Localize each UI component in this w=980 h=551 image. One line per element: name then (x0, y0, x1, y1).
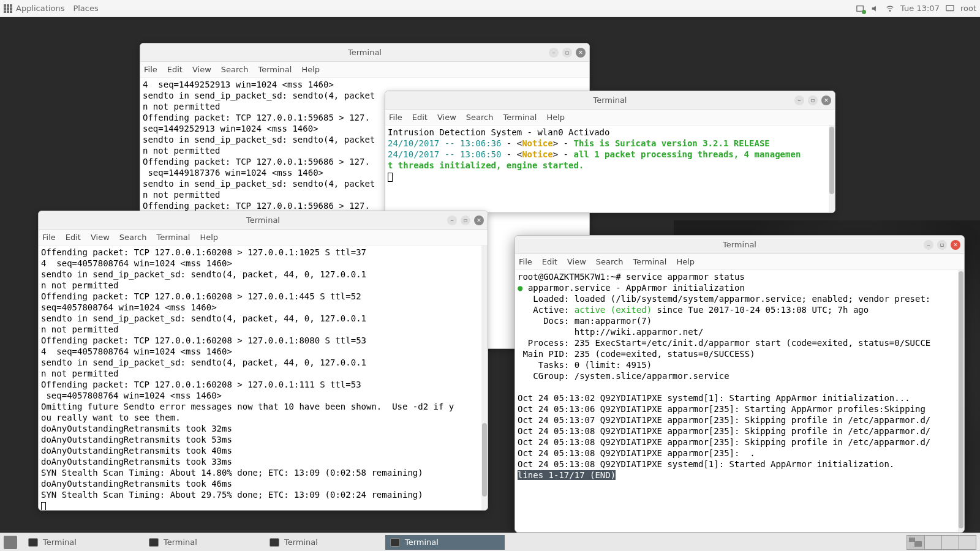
menu-terminal[interactable]: Terminal (258, 65, 292, 74)
suricata-msg: t threads initialized, engine started. (388, 160, 584, 170)
window-title: Terminal (39, 216, 488, 225)
network-icon[interactable] (886, 4, 894, 13)
active-post: since Tue 2017-10-24 05:13:08 UTC; 7h ag… (652, 305, 869, 315)
journal-line: Oct 24 05:13:07 Q92YDIAT1PXE apparmor[23… (518, 415, 930, 425)
workspace-2[interactable] (924, 536, 941, 549)
apps-grid-icon[interactable] (4, 4, 12, 13)
process-line: Process: 235 ExecStart=/etc/init.d/appar… (518, 338, 930, 348)
menu-file[interactable]: File (389, 113, 402, 122)
menu-terminal[interactable]: Terminal (503, 113, 537, 122)
bottom-panel: Terminal Terminal Terminal Terminal (0, 533, 980, 551)
menu-view[interactable]: View (567, 257, 586, 266)
volume-icon[interactable] (871, 4, 880, 13)
workspace-1[interactable] (907, 536, 924, 549)
close-button[interactable] (951, 240, 960, 250)
workspace-switcher[interactable] (907, 535, 976, 550)
menu-help[interactable]: Help (676, 257, 695, 266)
task-label: Terminal (284, 538, 318, 547)
docs-line: http://wiki.apparmor.net/ (518, 327, 703, 337)
shell-command: service apparmor status (626, 272, 745, 282)
menu-view[interactable]: View (437, 113, 456, 122)
menu-terminal[interactable]: Terminal (633, 257, 666, 266)
recorder-icon[interactable] (856, 4, 865, 13)
applications-menu[interactable]: Applications (16, 4, 64, 13)
menu-help[interactable]: Help (301, 65, 320, 74)
active-value: active (exited) (575, 305, 652, 315)
workspace-3[interactable] (941, 536, 959, 549)
terminal-output[interactable]: Intrusion Detection System - wlan0 Activ… (385, 126, 835, 212)
journal-line: Oct 24 05:13:06 Q92YDIAT1PXE apparmor[23… (518, 404, 925, 414)
terminal-icon (149, 538, 159, 547)
show-desktop-button[interactable] (4, 536, 17, 549)
window-title: Terminal (385, 96, 835, 105)
terminal-window-3[interactable]: Terminal File Edit View Search Terminal … (38, 211, 488, 511)
menu-edit[interactable]: Edit (66, 233, 81, 242)
menu-help[interactable]: Help (546, 113, 565, 122)
scrollbar[interactable] (481, 246, 488, 510)
scrollbar[interactable] (829, 126, 835, 212)
system-tray: Tue 13:07 root (856, 4, 976, 13)
task-terminal-4[interactable]: Terminal (385, 535, 505, 550)
maximize-button[interactable] (461, 216, 470, 225)
timestamp: 24/10/2017 -- 13:06:36 (388, 138, 501, 148)
menu-view[interactable]: View (91, 233, 110, 242)
terminal-icon (28, 538, 38, 547)
maximize-button[interactable] (808, 96, 818, 105)
menu-bar: File Edit View Search Terminal Help (515, 254, 964, 270)
menu-bar: File Edit View Search Terminal Help (39, 230, 488, 246)
titlebar[interactable]: Terminal (140, 43, 589, 62)
clock[interactable]: Tue 13:07 (900, 4, 940, 13)
display-icon[interactable] (946, 4, 954, 13)
titlebar[interactable]: Terminal (385, 91, 835, 110)
menu-search[interactable]: Search (466, 113, 494, 122)
timestamp: 24/10/2017 -- 13:06:50 (388, 149, 501, 159)
terminal-output[interactable]: Offending packet: TCP 127.0.0.1:60208 > … (39, 246, 488, 510)
menu-file[interactable]: File (519, 257, 532, 266)
task-terminal-1[interactable]: Terminal (23, 535, 143, 550)
docs-line: Docs: man:apparmor(7) (518, 316, 652, 326)
menu-search[interactable]: Search (221, 65, 249, 74)
menu-edit[interactable]: Edit (167, 65, 183, 74)
svg-rect-1 (946, 5, 954, 10)
ids-header: Intrusion Detection System - wlan0 Activ… (388, 127, 609, 137)
minimize-button[interactable] (794, 96, 804, 105)
terminal-window-2[interactable]: Terminal File Edit View Search Terminal … (385, 91, 835, 213)
mainpid-line: Main PID: 235 (code=exited, status=0/SUC… (518, 349, 755, 359)
menu-help[interactable]: Help (200, 233, 218, 242)
titlebar[interactable]: Terminal (39, 211, 488, 230)
task-terminal-3[interactable]: Terminal (265, 535, 384, 550)
tasks-line: Tasks: 0 (limit: 4915) (518, 360, 652, 370)
places-menu[interactable]: Places (73, 4, 98, 13)
maximize-button[interactable] (562, 48, 572, 58)
pager-status: lines 1-17/17 (END) (518, 470, 616, 480)
terminal-output[interactable]: root@GOAZKTM5K7W1:~# service apparmor st… (515, 270, 964, 532)
menu-search[interactable]: Search (119, 233, 147, 242)
maximize-button[interactable] (937, 240, 947, 250)
close-button[interactable] (821, 96, 831, 105)
task-label: Terminal (43, 538, 77, 547)
suricata-version: This is Suricata version 3.2.1 RELEASE (573, 138, 769, 148)
close-button[interactable] (576, 48, 586, 58)
menu-terminal[interactable]: Terminal (156, 233, 190, 242)
journal-line: Oct 24 05:13:08 Q92YDIAT1PXE apparmor[23… (518, 448, 755, 458)
window-title: Terminal (140, 48, 589, 57)
minimize-button[interactable] (447, 216, 457, 225)
minimize-button[interactable] (924, 240, 933, 250)
scrollbar[interactable] (958, 270, 964, 532)
titlebar[interactable]: Terminal (515, 236, 964, 254)
minimize-button[interactable] (549, 48, 559, 58)
notice-tag: Notice (522, 138, 553, 148)
menu-edit[interactable]: Edit (412, 113, 428, 122)
workspace-4[interactable] (959, 536, 976, 549)
menu-file[interactable]: File (42, 233, 56, 242)
task-terminal-2[interactable]: Terminal (144, 535, 263, 550)
journal-line: Oct 24 05:13:08 Q92YDIAT1PXE systemd[1]:… (518, 459, 894, 469)
menu-file[interactable]: File (144, 65, 157, 74)
menu-search[interactable]: Search (596, 257, 624, 266)
user-label[interactable]: root (960, 4, 976, 13)
notice-tag: Notice (522, 149, 553, 159)
terminal-window-4[interactable]: Terminal File Edit View Search Terminal … (514, 235, 965, 533)
menu-edit[interactable]: Edit (542, 257, 557, 266)
close-button[interactable] (474, 216, 484, 225)
menu-view[interactable]: View (192, 65, 211, 74)
